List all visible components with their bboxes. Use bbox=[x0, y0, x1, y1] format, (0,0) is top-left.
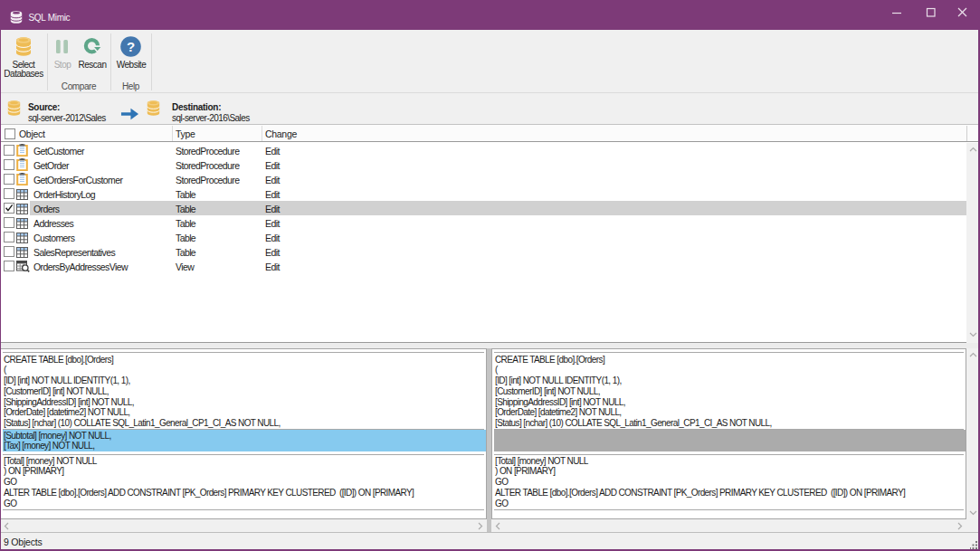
svg-text:?: ? bbox=[127, 38, 135, 53]
